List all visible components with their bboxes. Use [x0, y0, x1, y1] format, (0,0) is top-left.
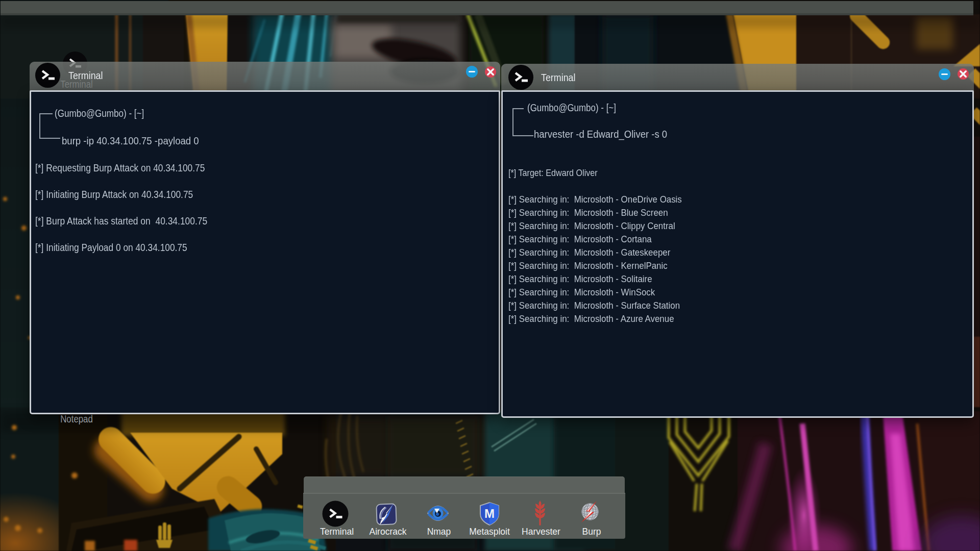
svg-text:M: M	[484, 507, 495, 520]
